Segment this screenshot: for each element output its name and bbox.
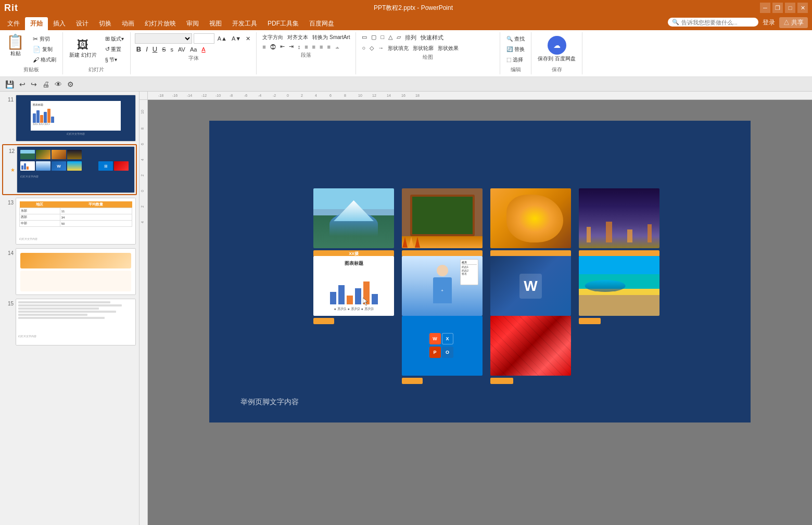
tab-design[interactable]: 设计 — [71, 17, 94, 30]
restore-button[interactable]: ❐ — [772, 3, 783, 13]
columns-button[interactable]: ⫠ — [333, 43, 342, 50]
slide-thumb-14[interactable]: 14 幻灯片文字内容 — [2, 247, 137, 296]
shape-square-button[interactable]: □ — [379, 33, 386, 42]
drawing-group: ▭ ▢ □ △ ▱ 排列 快速样式 ○ ◇ → 形状填充 形状轮廓 形状效果 绘… — [356, 32, 500, 74]
image-doctor[interactable]: + 处方 药品1 药品2 签名 — [402, 256, 483, 316]
tab-view[interactable]: 视图 — [204, 17, 227, 30]
image-city[interactable] — [579, 188, 659, 248]
align-left-button[interactable]: ≡ — [303, 43, 309, 50]
copy-button[interactable]: 📄 复制 — [31, 45, 58, 54]
drawing-label: 绘图 — [360, 54, 496, 61]
slide-num-13: 13 — [3, 198, 16, 206]
increase-indent-button[interactable]: ⇥ — [287, 43, 295, 50]
close-button[interactable]: ✕ — [797, 3, 808, 13]
font-color-button[interactable]: A — [200, 46, 207, 53]
section-button[interactable]: § 节▾ — [103, 55, 126, 65]
format-painter-button[interactable]: 🖌 格式刷 — [31, 55, 58, 65]
svg-text:-16: -16 — [172, 94, 177, 97]
justify-button[interactable]: ≡ — [325, 43, 332, 50]
minimize-button[interactable]: ─ — [760, 3, 770, 13]
shape-circle-button[interactable]: ○ — [360, 44, 367, 53]
qa-undo-button[interactable]: ↩ — [18, 79, 27, 89]
font-size-input[interactable]: 17.2 — [194, 33, 214, 44]
italic-button[interactable]: I — [144, 45, 149, 54]
decrease-indent-button[interactable]: ⇤ — [278, 43, 286, 50]
convert-smartart-button[interactable]: 转换为 SmartArt — [311, 33, 351, 42]
tab-review[interactable]: 审阅 — [181, 17, 204, 30]
tab-insert[interactable]: 插入 — [48, 17, 71, 30]
shape-arrow-button[interactable]: → — [376, 44, 385, 53]
align-text-button[interactable]: 对齐文本 — [286, 33, 310, 42]
layout-button[interactable]: ⊞ 版式▾ — [103, 34, 126, 44]
share-button[interactable]: △ 共享 — [779, 17, 808, 28]
text-direction-button[interactable]: 文字方向 — [261, 33, 285, 42]
slide-thumb-11[interactable]: 11 图表标题 系列1 系列2 系列3 — [2, 94, 137, 143]
image-chart[interactable]: 图表标题 ● 系列1 ● 系列2 ● 系列3 — [313, 256, 394, 316]
svg-text:10: 10 — [141, 110, 144, 114]
tab-transitions[interactable]: 切换 — [94, 17, 117, 30]
shape-triangle-button[interactable]: △ — [387, 33, 394, 42]
slide-thumb-15[interactable]: 15 幻灯片文字内容 — [2, 298, 137, 347]
tab-animations[interactable]: 动画 — [117, 17, 139, 30]
numbered-list-button[interactable]: ⓵ — [269, 43, 277, 50]
shape-fill-button[interactable]: 形状填充 — [386, 44, 410, 53]
tab-developer[interactable]: 开发工具 — [227, 17, 262, 30]
tab-slideshow[interactable]: 幻灯片放映 — [139, 17, 181, 30]
shape-effect-button[interactable]: 形状效果 — [436, 44, 460, 53]
shape-roundrect-button[interactable]: ▢ — [370, 33, 378, 42]
new-slide-button[interactable]: 🖼 新建 幻灯片 — [67, 39, 99, 60]
shape-para-button[interactable]: ▱ — [395, 33, 402, 42]
arrange-button[interactable]: 排列 — [403, 33, 418, 42]
align-center-button[interactable]: ≡ — [311, 43, 317, 50]
strikethrough-button[interactable]: S — [160, 46, 167, 53]
qa-redo-button[interactable]: ↪ — [30, 79, 38, 89]
image-office[interactable]: W X P O — [402, 316, 483, 376]
shape-rect-button[interactable]: ▭ — [360, 33, 369, 42]
ribbon-search-input[interactable] — [681, 19, 754, 25]
qa-preview-button[interactable]: 👁 — [54, 79, 63, 89]
shape-diamond-button[interactable]: ◇ — [368, 44, 375, 53]
qa-print-button[interactable]: 🖨 — [41, 79, 50, 89]
tab-home[interactable]: 开始 — [25, 17, 48, 30]
replace-button[interactable]: 🔄 替换 — [504, 45, 527, 54]
find-button[interactable]: 🔍 查找 — [504, 34, 527, 44]
select-button[interactable]: ⬚ 选择 — [504, 55, 527, 65]
image-word[interactable]: W — [490, 256, 571, 316]
decrease-font-button[interactable]: A▼ — [230, 35, 243, 42]
login-button[interactable]: 登录 — [763, 18, 775, 27]
shape-outline-button[interactable]: 形状轮廓 — [411, 44, 435, 53]
char-spacing-button[interactable]: AV — [176, 46, 187, 53]
bold-button[interactable]: B — [135, 45, 143, 54]
svg-text:2: 2 — [141, 174, 144, 176]
paste-button[interactable]: 📋 粘贴 — [4, 34, 27, 65]
change-case-button[interactable]: Aa — [188, 46, 198, 53]
qa-save-button[interactable]: 💾 — [4, 79, 15, 89]
bullet-list-button[interactable]: ≡ — [261, 43, 267, 50]
qa-more-button[interactable]: ⚙ — [66, 79, 75, 89]
image-beach[interactable] — [579, 256, 659, 316]
paragraph-label: 段落 — [261, 52, 351, 59]
font-name-select[interactable] — [135, 33, 192, 44]
text-shadow-button[interactable]: s — [169, 46, 175, 53]
image-leaf[interactable] — [490, 188, 571, 248]
slide-thumb-12[interactable]: ★ 12 — [2, 144, 137, 195]
clear-format-button[interactable]: ✕ — [244, 35, 252, 43]
image-red[interactable] — [490, 316, 571, 376]
quick-styles-button[interactable]: 快速样式 — [419, 33, 445, 42]
tab-pdf[interactable]: PDF工具集 — [262, 17, 304, 30]
line-spacing-button[interactable]: ↕ — [296, 43, 302, 50]
underline-button[interactable]: U — [151, 45, 159, 54]
align-right-button[interactable]: ≡ — [318, 43, 324, 50]
image-mountain[interactable]: XX摄 — [313, 188, 394, 248]
tab-file[interactable]: 文件 — [2, 17, 25, 30]
image-autumn[interactable] — [402, 188, 483, 248]
title-bar: Rit PPT教程2.pptx - PowerPoint ─ ❐ □ ✕ — [0, 0, 812, 16]
save-to-baidu-button[interactable]: ☁ 保存到 百度网盘 — [536, 35, 578, 63]
reset-button[interactable]: ↺ 重置 — [103, 45, 126, 54]
increase-font-button[interactable]: A▲ — [216, 35, 229, 42]
slide-thumb-13[interactable]: 13 地区 平均数量 东部11 西部34 — [2, 197, 137, 246]
cut-button[interactable]: ✂ 剪切 — [31, 34, 58, 44]
maximize-button[interactable]: □ — [785, 3, 795, 13]
canvas-scroll-area[interactable]: XX摄 — [148, 100, 812, 525]
tab-baidu[interactable]: 百度网盘 — [304, 17, 339, 30]
